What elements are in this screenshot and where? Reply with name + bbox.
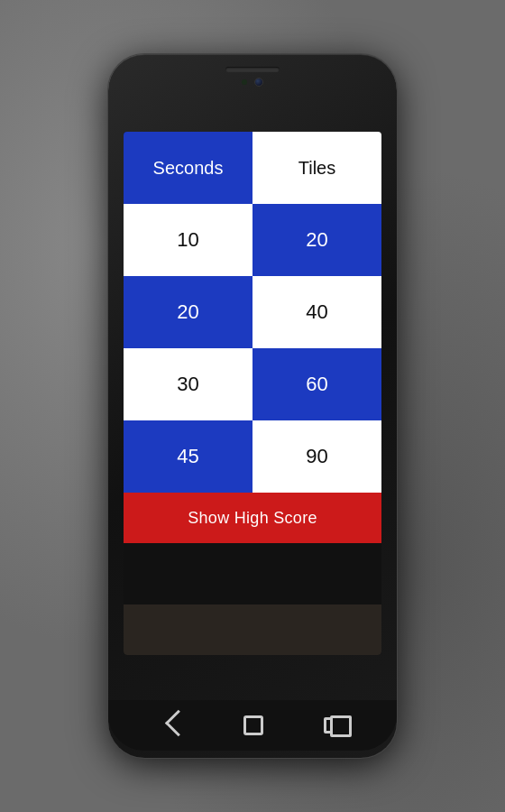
cell-tiles-4[interactable]: 90: [252, 420, 381, 493]
header-tiles-label: Tiles: [298, 158, 335, 179]
tiles-value-4: 90: [306, 445, 327, 468]
camera-area: [242, 78, 263, 87]
home-button[interactable]: [243, 715, 263, 735]
show-high-score-label: Show High Score: [188, 509, 317, 528]
home-icon: [243, 715, 263, 735]
seconds-value-2: 20: [177, 300, 198, 324]
data-row-3[interactable]: 30 60: [124, 348, 381, 420]
cell-tiles-1[interactable]: 20: [252, 204, 381, 276]
cell-seconds-1[interactable]: 10: [124, 204, 252, 276]
speaker-grill: [225, 67, 280, 72]
cell-tiles-2[interactable]: 40: [252, 276, 381, 348]
header-tiles: Tiles: [252, 132, 381, 204]
show-high-score-button[interactable]: Show High Score: [124, 493, 381, 543]
back-button[interactable]: [165, 714, 184, 737]
phone-top-bezel: [108, 63, 397, 87]
tiles-value-1: 20: [306, 228, 327, 252]
sensor: [242, 79, 247, 85]
cell-seconds-4[interactable]: 45: [124, 420, 252, 493]
front-camera: [254, 78, 263, 87]
screen: Seconds Tiles 10 20: [124, 132, 381, 655]
header-seconds: Seconds: [124, 132, 252, 204]
recents-icon: [324, 717, 340, 734]
back-icon: [165, 714, 184, 737]
data-row-2[interactable]: 20 40: [124, 276, 381, 348]
bottom-area: [124, 604, 381, 655]
tiles-value-2: 40: [306, 300, 327, 324]
cell-seconds-3[interactable]: 30: [124, 348, 252, 420]
data-row-1[interactable]: 10 20: [124, 204, 381, 276]
header-row: Seconds Tiles: [124, 132, 381, 204]
cell-tiles-3[interactable]: 60: [252, 348, 381, 420]
data-row-4[interactable]: 45 90: [124, 420, 381, 493]
grid-table: Seconds Tiles 10 20: [124, 132, 381, 604]
screen-wrapper: Seconds Tiles 10 20: [124, 132, 381, 655]
tiles-value-3: 60: [306, 373, 327, 396]
seconds-value-1: 10: [177, 228, 198, 252]
phone-frame: Seconds Tiles 10 20: [108, 54, 397, 758]
navigation-bar: [108, 700, 397, 751]
recents-button[interactable]: [324, 717, 340, 734]
seconds-value-3: 30: [177, 373, 198, 396]
cell-seconds-2[interactable]: 20: [124, 276, 252, 348]
header-seconds-label: Seconds: [153, 158, 224, 179]
seconds-value-4: 45: [177, 445, 198, 468]
